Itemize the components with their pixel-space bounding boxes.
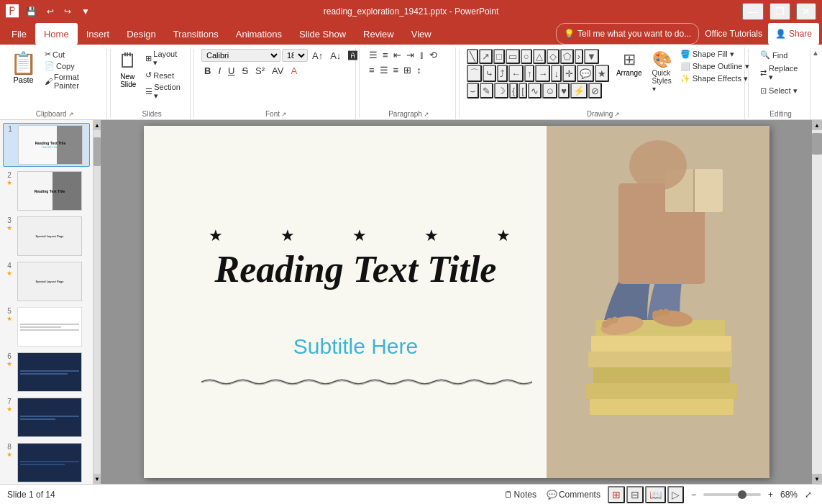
- panel-scroll-up-button[interactable]: ▲: [93, 120, 101, 130]
- zoom-out-button[interactable]: −: [688, 488, 699, 501]
- tell-me-box[interactable]: 💡 Tell me what you want to do...: [556, 23, 699, 45]
- shape-arc-button[interactable]: ⌣: [467, 83, 479, 98]
- clipboard-expand-icon[interactable]: ↗: [68, 111, 74, 118]
- shape-triangle-button[interactable]: △: [533, 49, 546, 64]
- slideshow-button[interactable]: ▷: [667, 486, 684, 503]
- zoom-thumb[interactable]: [738, 490, 746, 499]
- justify-button[interactable]: ⊞: [401, 64, 414, 76]
- minimize-button[interactable]: —: [742, 3, 764, 20]
- shape-pentagon-button[interactable]: ⬠: [560, 49, 574, 64]
- shape-connector-button[interactable]: ⤷: [483, 65, 496, 82]
- character-spacing-button[interactable]: AV: [269, 65, 286, 77]
- slide-thumbnail-4[interactable]: 4 ★ Special Layout Page: [3, 260, 90, 303]
- bullet-list-button[interactable]: ☰: [367, 49, 380, 61]
- menu-home[interactable]: Home: [35, 23, 78, 45]
- undo-button[interactable]: ↩: [44, 5, 57, 18]
- slide-thumbnail-2[interactable]: 2 ★ Reading Text Title: [3, 170, 90, 212]
- shape-star-button[interactable]: ★: [595, 65, 609, 82]
- shape-curve-button[interactable]: ⌒: [467, 65, 482, 82]
- slide-thumbnail-7[interactable]: 7 ★: [3, 396, 90, 439]
- menu-review[interactable]: Review: [355, 23, 403, 45]
- shape-wave-button[interactable]: ∿: [528, 83, 542, 98]
- shape-bend-button[interactable]: ⤴: [497, 65, 508, 82]
- zoom-in-button[interactable]: +: [765, 488, 776, 501]
- menu-animations[interactable]: Animations: [227, 23, 291, 45]
- scroll-up-button[interactable]: ▲: [812, 120, 822, 130]
- slide-thumbnail-8[interactable]: 8 ★: [3, 441, 90, 484]
- increase-indent-button[interactable]: ⇥: [404, 49, 416, 61]
- font-name-select[interactable]: Calibri: [201, 49, 280, 62]
- find-button[interactable]: 🔍 Find: [756, 49, 805, 61]
- shape-up-arrow-button[interactable]: ↑: [524, 65, 535, 82]
- menu-transitions[interactable]: Transitions: [165, 23, 227, 45]
- slide-thumbnail-1[interactable]: 1 Reading Text Title Subtitle Here: [3, 123, 90, 167]
- replace-button[interactable]: ⇄ Replace ▾: [756, 63, 805, 83]
- office-tutorials-link[interactable]: Office Tutorials: [699, 23, 768, 45]
- close-button[interactable]: ✕: [796, 3, 816, 20]
- slide-subtitle[interactable]: Subtitle Here: [165, 334, 547, 359]
- shape-freeform-button[interactable]: ✎: [480, 83, 493, 98]
- clear-formatting-button[interactable]: 🅰: [345, 50, 360, 62]
- shape-chevron-button[interactable]: ›: [575, 49, 583, 64]
- slide-thumbnail-5[interactable]: 5 ★: [3, 306, 90, 348]
- bold-button[interactable]: B: [201, 65, 214, 77]
- format-painter-button[interactable]: 🖌 Format Painter: [42, 72, 102, 91]
- collapse-ribbon-button[interactable]: ▲: [812, 49, 819, 57]
- menu-file[interactable]: File: [3, 23, 35, 45]
- customize-qat-button[interactable]: ▼: [78, 5, 93, 18]
- shape-down-arrow-button[interactable]: ↓: [551, 65, 562, 82]
- menu-design[interactable]: Design: [118, 23, 164, 45]
- shape-bracket-button[interactable]: [: [519, 83, 527, 98]
- shape-lightning-button[interactable]: ⚡: [570, 83, 588, 98]
- text-shadow-button[interactable]: S²: [252, 65, 268, 77]
- shape-line-button[interactable]: ╲: [467, 49, 478, 64]
- paste-button[interactable]: 📋 Paste: [7, 49, 40, 86]
- align-right-button[interactable]: ≡: [391, 64, 401, 76]
- cut-button[interactable]: ✂ Cut: [42, 49, 102, 60]
- shape-fill-button[interactable]: 🪣 Shape Fill ▾: [677, 49, 752, 60]
- underline-button[interactable]: U: [225, 65, 237, 77]
- shape-quad-arrow-button[interactable]: ✛: [562, 65, 576, 82]
- reset-button[interactable]: ↺ Reset: [142, 70, 186, 81]
- slide-canvas[interactable]: ★ ★ ★ ★ ★ Reading Text Title Subtitle He…: [144, 126, 770, 478]
- paragraph-expand-icon[interactable]: ↗: [424, 111, 429, 118]
- copy-button[interactable]: 📄 Copy: [42, 60, 102, 71]
- zoom-slider[interactable]: [703, 493, 761, 496]
- text-direction-button[interactable]: ⟲: [427, 49, 439, 61]
- slide-thumbnail-6[interactable]: 6 ★: [3, 351, 90, 393]
- decrease-indent-button[interactable]: ⇤: [391, 49, 403, 61]
- redo-button[interactable]: ↪: [61, 5, 74, 18]
- scroll-thumb[interactable]: [812, 133, 822, 155]
- slide-main-title[interactable]: Reading Text Title: [165, 248, 547, 290]
- shape-rect-button[interactable]: □: [493, 49, 505, 64]
- align-left-button[interactable]: ≡: [367, 64, 377, 76]
- shape-left-arrow-button[interactable]: ←: [508, 65, 524, 82]
- panel-scroll-down-button[interactable]: ▼: [93, 474, 101, 484]
- new-slide-button[interactable]: 🗒 NewSlide: [118, 49, 138, 88]
- decrease-font-button[interactable]: A↓: [327, 50, 344, 62]
- shape-arrow-button[interactable]: ↗: [479, 49, 493, 64]
- panel-scroll-thumb[interactable]: [93, 137, 101, 166]
- shape-effects-button[interactable]: ✨ Shape Effects ▾: [677, 73, 752, 84]
- shape-rounded-button[interactable]: ▭: [506, 49, 520, 64]
- shape-smiley-button[interactable]: ☺: [542, 83, 557, 98]
- align-center-button[interactable]: ☰: [378, 64, 391, 76]
- arrange-button[interactable]: ⊞ Arrange: [612, 49, 647, 78]
- share-button[interactable]: 👤 Share: [768, 23, 819, 45]
- shape-diamond-button[interactable]: ◇: [547, 49, 560, 64]
- save-button[interactable]: 💾: [23, 5, 40, 18]
- menu-view[interactable]: View: [403, 23, 440, 45]
- reading-view-button[interactable]: 📖: [645, 486, 666, 503]
- shape-callout-button[interactable]: 💬: [577, 65, 594, 82]
- quick-styles-button[interactable]: 🎨 QuickStyles ▾: [649, 49, 675, 94]
- comments-button[interactable]: 💬 Comments: [544, 488, 603, 501]
- increase-font-button[interactable]: A↑: [309, 50, 326, 62]
- shape-moon-button[interactable]: ☽: [494, 83, 508, 98]
- fit-to-window-button[interactable]: ⤢: [802, 488, 815, 501]
- drawing-expand-icon[interactable]: ↗: [614, 111, 620, 118]
- scroll-down-button[interactable]: ▼: [812, 474, 822, 484]
- font-color-button[interactable]: A: [288, 65, 300, 77]
- shape-more-button[interactable]: ▼: [584, 49, 599, 64]
- layout-button[interactable]: ⊞ Layout ▾: [142, 49, 186, 68]
- shape-no-symbol-button[interactable]: ⊘: [588, 83, 602, 98]
